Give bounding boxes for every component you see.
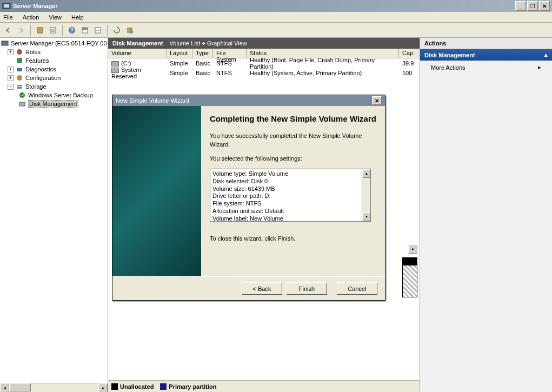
svg-rect-15 xyxy=(2,41,8,45)
legend-swatch-primary xyxy=(160,383,167,390)
scroll-up-icon[interactable]: ▴ xyxy=(362,169,370,178)
roles-icon xyxy=(16,48,23,56)
list-icon[interactable] xyxy=(47,24,59,36)
scroll-down-icon[interactable]: ▾ xyxy=(362,212,370,221)
col-layout[interactable]: Layout xyxy=(167,49,192,58)
wizard-close-button[interactable]: ✕ xyxy=(372,96,382,105)
wizard-heading: Completing the New Simple Volume Wizard xyxy=(210,114,376,124)
settings-icon[interactable] xyxy=(124,24,136,36)
legend-unallocated: Unallocated xyxy=(120,383,154,390)
actions-pane: Actions Disk Management ▴ More Actions ▸ xyxy=(420,38,552,392)
back-button[interactable]: < Back xyxy=(242,282,282,295)
finish-button[interactable]: Finish xyxy=(287,282,327,295)
menu-bar: File Action View Help xyxy=(0,12,552,23)
wizard-close-hint: To close this wizard, click Finish. xyxy=(210,235,376,243)
svg-rect-21 xyxy=(17,87,22,89)
svg-text:?: ? xyxy=(70,27,74,34)
svg-rect-2 xyxy=(37,28,43,33)
properties-icon[interactable] xyxy=(34,24,46,36)
toolbar: ? xyxy=(0,23,552,38)
window-title: Server Manager xyxy=(13,3,514,9)
tree-diagnostics[interactable]: +Diagnostics xyxy=(0,65,108,74)
tree-wsb[interactable]: Windows Server Backup xyxy=(0,91,108,99)
menu-view[interactable]: View xyxy=(49,14,62,21)
setting-line: Volume type: Simple Volume xyxy=(212,170,368,178)
restore-button[interactable]: ❐ xyxy=(527,1,538,11)
svg-rect-17 xyxy=(17,58,22,63)
menu-help[interactable]: Help xyxy=(71,14,84,21)
expand-icon[interactable]: + xyxy=(8,49,14,55)
svg-point-22 xyxy=(19,92,25,98)
server-icon xyxy=(1,39,9,47)
wizard-titlebar[interactable]: New Simple Volume Wizard ✕ xyxy=(112,95,385,106)
svg-rect-20 xyxy=(17,85,22,87)
setting-line: Allocation unit size: Default xyxy=(212,208,368,215)
minimize-button[interactable]: _ xyxy=(515,1,526,11)
tree-features[interactable]: Features xyxy=(0,56,108,65)
content-title: Disk Management xyxy=(112,40,163,46)
config-icon xyxy=(16,74,23,82)
wizard-settings-box[interactable]: Volume type: Simple Volume Disk selected… xyxy=(210,169,371,222)
svg-point-14 xyxy=(130,30,133,34)
volume-list: Volume Layout Type File System Status Ca… xyxy=(108,49,420,78)
view-config-icon[interactable] xyxy=(79,24,91,36)
svg-rect-18 xyxy=(17,68,22,71)
settings-scrollbar[interactable]: ▴ ▾ xyxy=(362,169,370,221)
tree-root[interactable]: Server Manager (ECS-0514-FQY-00 xyxy=(0,39,108,48)
wizard-text-settings-label: You selected the following settings: xyxy=(210,155,376,163)
col-type[interactable]: Type xyxy=(192,49,213,58)
actions-header: Actions xyxy=(420,38,552,49)
tree-storage[interactable]: −Storage xyxy=(0,82,108,91)
menu-action[interactable]: Action xyxy=(23,14,39,21)
scroll-right-icon[interactable]: ▸ xyxy=(98,383,108,392)
volume-icon xyxy=(111,61,119,67)
help-icon[interactable]: ? xyxy=(66,24,78,36)
disk-band-unallocated[interactable] xyxy=(402,265,417,297)
legend-swatch-unallocated xyxy=(111,383,118,390)
refresh-icon[interactable] xyxy=(111,24,123,36)
close-button[interactable]: ✕ xyxy=(539,1,550,11)
collapse-icon[interactable]: − xyxy=(8,84,14,90)
nav-forward-button[interactable] xyxy=(15,24,27,36)
disk-band-header xyxy=(402,257,417,265)
tree-configuration[interactable]: +Configuration xyxy=(0,74,108,82)
tree-disk-management[interactable]: Disk Management xyxy=(0,99,108,108)
svg-point-19 xyxy=(17,75,22,81)
svg-rect-1 xyxy=(4,4,9,8)
col-volume[interactable]: Volume xyxy=(108,49,167,58)
wizard-buttons: < Back Finish Cancel xyxy=(112,276,385,300)
scroll-left-icon[interactable]: ◂ xyxy=(0,383,9,392)
app-icon xyxy=(2,2,11,10)
setting-line: Volume size: 61439 MB xyxy=(212,185,368,193)
legend: Unallocated Primary partition xyxy=(108,380,420,392)
storage-icon xyxy=(16,83,23,90)
tree-hscroll[interactable]: ◂ ▸ xyxy=(0,383,108,392)
menu-file[interactable]: File xyxy=(3,14,13,21)
chevron-up-icon: ▴ xyxy=(544,51,548,58)
wizard-sidebar-graphic xyxy=(112,106,201,276)
cancel-button[interactable]: Cancel xyxy=(337,282,377,295)
svg-rect-23 xyxy=(19,102,25,106)
backup-icon xyxy=(18,91,26,99)
nav-back-button[interactable] xyxy=(2,24,14,36)
setting-line: Disk selected: Disk 0 xyxy=(212,178,368,185)
scroll-thumb[interactable] xyxy=(9,383,31,391)
volume-row[interactable]: System Reserved Simple Basic NTFS Health… xyxy=(108,68,420,78)
legend-primary: Primary partition xyxy=(169,383,216,390)
window-titlebar: Server Manager _ ❐ ✕ xyxy=(0,0,552,12)
expand-icon[interactable]: + xyxy=(8,75,14,81)
actions-more[interactable]: More Actions ▸ xyxy=(420,61,552,74)
scroll-right-button[interactable]: ▸ xyxy=(408,244,417,254)
expand-icon[interactable]: + xyxy=(8,67,14,72)
view-split-icon[interactable] xyxy=(92,24,104,36)
volume-list-body: (C:) Simple Basic NTFS Healthy (Boot, Pa… xyxy=(108,58,420,78)
col-filesystem[interactable]: File System xyxy=(213,49,247,58)
content-subtitle: Volume List + Graphical View xyxy=(170,40,247,46)
tree-roles[interactable]: +Roles xyxy=(0,48,108,56)
svg-rect-10 xyxy=(82,28,88,30)
actions-section[interactable]: Disk Management ▴ xyxy=(420,49,552,61)
svg-point-16 xyxy=(17,49,22,55)
setting-line: File system: NTFS xyxy=(212,200,368,208)
content-header: Disk Management Volume List + Graphical … xyxy=(108,38,420,49)
col-capacity[interactable]: Cap xyxy=(399,49,415,58)
